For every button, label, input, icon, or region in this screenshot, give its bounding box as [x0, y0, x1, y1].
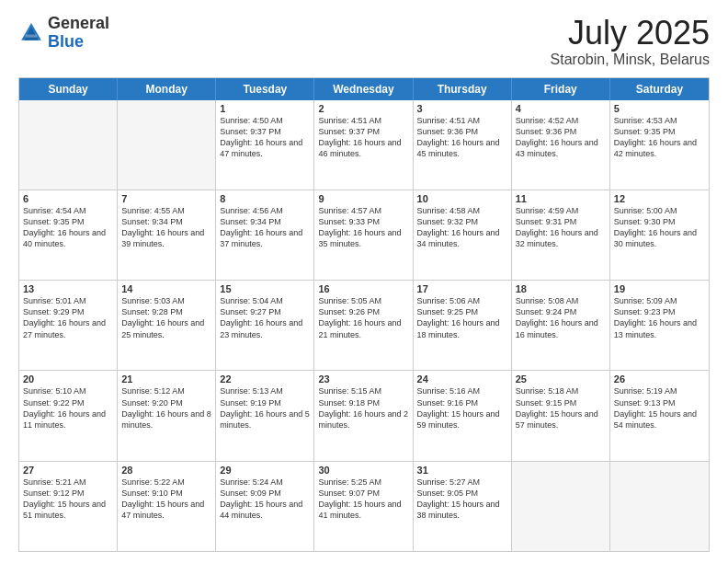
day-number: 7 — [121, 193, 211, 204]
calendar-cell: 15Sunrise: 5:04 AM Sunset: 9:27 PM Dayli… — [216, 281, 314, 370]
day-info: Sunrise: 5:25 AM Sunset: 9:07 PM Dayligh… — [318, 477, 408, 522]
day-number: 17 — [417, 283, 507, 294]
calendar-cell — [512, 462, 610, 551]
day-info: Sunrise: 5:13 AM Sunset: 9:19 PM Dayligh… — [220, 385, 310, 431]
calendar-cell: 19Sunrise: 5:09 AM Sunset: 9:23 PM Dayli… — [610, 281, 709, 370]
calendar-cell: 14Sunrise: 5:03 AM Sunset: 9:28 PM Dayli… — [118, 281, 216, 370]
page: General Blue July 2025 Starobin, Minsk, … — [0, 0, 728, 563]
calendar-cell: 5Sunrise: 4:53 AM Sunset: 9:35 PM Daylig… — [610, 100, 709, 190]
day-info: Sunrise: 4:51 AM Sunset: 9:37 PM Dayligh… — [318, 115, 408, 160]
calendar-cell: 17Sunrise: 5:06 AM Sunset: 9:25 PM Dayli… — [414, 281, 512, 370]
calendar-cell: 12Sunrise: 5:00 AM Sunset: 9:30 PM Dayli… — [610, 190, 709, 280]
calendar-row-5: 27Sunrise: 5:21 AM Sunset: 9:12 PM Dayli… — [19, 461, 709, 551]
calendar-cell: 28Sunrise: 5:22 AM Sunset: 9:10 PM Dayli… — [118, 462, 216, 551]
day-number: 9 — [318, 193, 408, 204]
day-info: Sunrise: 5:18 AM Sunset: 9:15 PM Dayligh… — [516, 385, 606, 431]
day-info: Sunrise: 5:15 AM Sunset: 9:18 PM Dayligh… — [318, 385, 408, 431]
header: General Blue July 2025 Starobin, Minsk, … — [18, 15, 710, 68]
day-number: 2 — [318, 103, 408, 114]
logo-text: General Blue — [48, 15, 109, 52]
header-day-tuesday: Tuesday — [216, 78, 314, 100]
day-number: 8 — [220, 193, 310, 204]
day-info: Sunrise: 4:56 AM Sunset: 9:34 PM Dayligh… — [220, 205, 310, 250]
day-number: 21 — [121, 373, 211, 385]
calendar-cell: 10Sunrise: 4:58 AM Sunset: 9:32 PM Dayli… — [414, 190, 512, 280]
calendar-cell: 26Sunrise: 5:19 AM Sunset: 9:13 PM Dayli… — [610, 371, 709, 460]
day-info: Sunrise: 4:57 AM Sunset: 9:33 PM Dayligh… — [318, 205, 408, 250]
logo: General Blue — [18, 15, 109, 52]
calendar-subtitle: Starobin, Minsk, Belarus — [551, 52, 710, 68]
calendar-cell: 20Sunrise: 5:10 AM Sunset: 9:22 PM Dayli… — [19, 371, 118, 460]
day-number: 29 — [220, 465, 310, 476]
calendar-cell: 6Sunrise: 4:54 AM Sunset: 9:35 PM Daylig… — [19, 190, 118, 280]
logo-icon — [18, 20, 44, 46]
day-info: Sunrise: 5:09 AM Sunset: 9:23 PM Dayligh… — [614, 295, 705, 340]
day-number: 19 — [614, 283, 705, 294]
calendar-cell: 2Sunrise: 4:51 AM Sunset: 9:37 PM Daylig… — [314, 100, 413, 190]
day-number: 3 — [417, 103, 507, 114]
calendar-cell: 21Sunrise: 5:12 AM Sunset: 9:20 PM Dayli… — [118, 371, 216, 460]
day-info: Sunrise: 5:05 AM Sunset: 9:26 PM Dayligh… — [318, 295, 408, 340]
calendar-cell — [118, 100, 216, 190]
calendar: SundayMondayTuesdayWednesdayThursdayFrid… — [18, 77, 710, 552]
day-info: Sunrise: 5:16 AM Sunset: 9:16 PM Dayligh… — [417, 385, 507, 431]
day-info: Sunrise: 4:58 AM Sunset: 9:32 PM Dayligh… — [417, 205, 507, 250]
calendar-row-3: 13Sunrise: 5:01 AM Sunset: 9:29 PM Dayli… — [19, 280, 709, 370]
day-number: 20 — [23, 373, 113, 385]
calendar-cell: 24Sunrise: 5:16 AM Sunset: 9:16 PM Dayli… — [414, 371, 512, 460]
day-info: Sunrise: 5:00 AM Sunset: 9:30 PM Dayligh… — [614, 205, 705, 250]
header-day-saturday: Saturday — [610, 78, 709, 100]
calendar-cell: 7Sunrise: 4:55 AM Sunset: 9:34 PM Daylig… — [118, 190, 216, 280]
header-day-thursday: Thursday — [414, 78, 512, 100]
calendar-cell: 31Sunrise: 5:27 AM Sunset: 9:05 PM Dayli… — [414, 462, 512, 551]
calendar-cell: 18Sunrise: 5:08 AM Sunset: 9:24 PM Dayli… — [512, 281, 610, 370]
day-info: Sunrise: 5:03 AM Sunset: 9:28 PM Dayligh… — [121, 295, 211, 340]
day-info: Sunrise: 5:01 AM Sunset: 9:29 PM Dayligh… — [23, 295, 113, 340]
header-day-friday: Friday — [512, 78, 610, 100]
day-number: 26 — [614, 373, 705, 385]
calendar-title: July 2025 — [551, 15, 710, 52]
calendar-cell: 1Sunrise: 4:50 AM Sunset: 9:37 PM Daylig… — [216, 100, 314, 190]
day-info: Sunrise: 4:59 AM Sunset: 9:31 PM Dayligh… — [516, 205, 606, 250]
calendar-cell: 11Sunrise: 4:59 AM Sunset: 9:31 PM Dayli… — [512, 190, 610, 280]
day-info: Sunrise: 5:27 AM Sunset: 9:05 PM Dayligh… — [417, 477, 507, 522]
day-number: 14 — [121, 283, 211, 294]
calendar-cell: 3Sunrise: 4:51 AM Sunset: 9:36 PM Daylig… — [414, 100, 512, 190]
day-info: Sunrise: 4:53 AM Sunset: 9:35 PM Dayligh… — [614, 115, 705, 160]
day-info: Sunrise: 4:51 AM Sunset: 9:36 PM Dayligh… — [417, 115, 507, 160]
day-number: 24 — [417, 373, 507, 385]
calendar-row-4: 20Sunrise: 5:10 AM Sunset: 9:22 PM Dayli… — [19, 370, 709, 460]
header-day-monday: Monday — [118, 78, 216, 100]
day-number: 6 — [23, 193, 113, 204]
calendar-cell: 27Sunrise: 5:21 AM Sunset: 9:12 PM Dayli… — [19, 462, 118, 551]
calendar-cell — [19, 100, 118, 190]
day-info: Sunrise: 5:19 AM Sunset: 9:13 PM Dayligh… — [614, 385, 705, 431]
day-number: 23 — [318, 373, 408, 385]
calendar-cell: 13Sunrise: 5:01 AM Sunset: 9:29 PM Dayli… — [19, 281, 118, 370]
calendar-cell: 22Sunrise: 5:13 AM Sunset: 9:19 PM Dayli… — [216, 371, 314, 460]
day-info: Sunrise: 5:21 AM Sunset: 9:12 PM Dayligh… — [23, 477, 113, 522]
day-number: 13 — [23, 283, 113, 294]
day-number: 5 — [614, 103, 705, 114]
calendar-cell — [610, 462, 709, 551]
calendar-header: SundayMondayTuesdayWednesdayThursdayFrid… — [19, 78, 709, 100]
calendar-row-1: 1Sunrise: 4:50 AM Sunset: 9:37 PM Daylig… — [19, 100, 709, 190]
day-info: Sunrise: 5:04 AM Sunset: 9:27 PM Dayligh… — [220, 295, 310, 340]
day-info: Sunrise: 5:06 AM Sunset: 9:25 PM Dayligh… — [417, 295, 507, 340]
day-number: 31 — [417, 465, 507, 476]
title-block: July 2025 Starobin, Minsk, Belarus — [551, 15, 710, 68]
day-info: Sunrise: 4:54 AM Sunset: 9:35 PM Dayligh… — [23, 205, 113, 250]
day-number: 10 — [417, 193, 507, 204]
calendar-cell: 30Sunrise: 5:25 AM Sunset: 9:07 PM Dayli… — [314, 462, 413, 551]
logo-general: General — [48, 15, 109, 33]
day-number: 22 — [220, 373, 310, 385]
calendar-body: 1Sunrise: 4:50 AM Sunset: 9:37 PM Daylig… — [19, 100, 709, 551]
calendar-cell: 16Sunrise: 5:05 AM Sunset: 9:26 PM Dayli… — [314, 281, 413, 370]
calendar-cell: 4Sunrise: 4:52 AM Sunset: 9:36 PM Daylig… — [512, 100, 610, 190]
logo-blue: Blue — [48, 33, 109, 52]
calendar-cell: 25Sunrise: 5:18 AM Sunset: 9:15 PM Dayli… — [512, 371, 610, 460]
calendar-cell: 9Sunrise: 4:57 AM Sunset: 9:33 PM Daylig… — [314, 190, 413, 280]
day-number: 4 — [516, 103, 606, 114]
day-info: Sunrise: 5:08 AM Sunset: 9:24 PM Dayligh… — [516, 295, 606, 340]
day-number: 18 — [516, 283, 606, 294]
